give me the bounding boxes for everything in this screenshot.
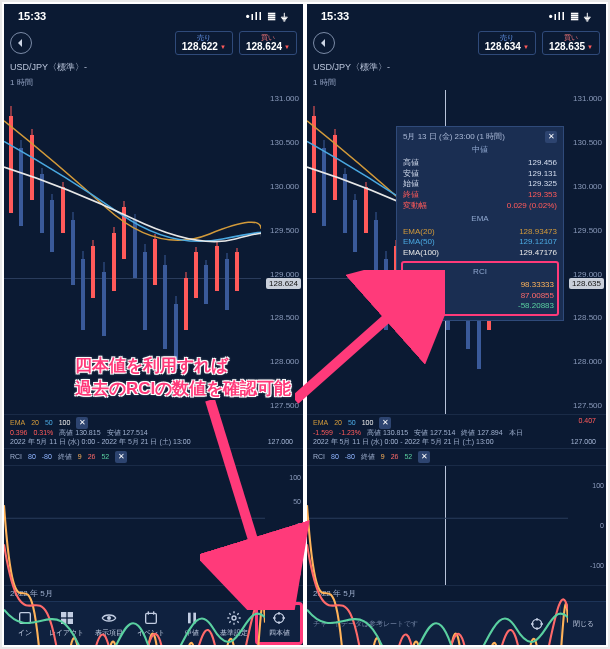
status-time: 15:33 (321, 10, 349, 22)
status-time: 15:33 (18, 10, 46, 22)
phone-right: 15:33 売り 128.634▼ 買い 128.635▼ USD/JPY〈標準… (307, 4, 606, 645)
rci-subchart[interactable]: 1000-100 (307, 465, 606, 585)
y-axis: 131.000130.500130.000129.500129.000128.5… (261, 90, 301, 414)
sell-rate-box[interactable]: 売り 128.622▼ (175, 31, 233, 56)
rci-info-strip: RCI 80 -80 終値 9 26 52 ✕ (4, 448, 303, 465)
rci-y-axis: 100500-50-100 (265, 466, 301, 585)
phone-left: 15:33 売り 128.622▼ 買い 128.624▼ USD/JPY〈標準… (4, 4, 303, 645)
timeframe-label: 1 時間 (4, 77, 303, 90)
ema-info-strip: EMA 20 50 100 ✕ 0.407 -1.599 -1.23% 高値 1… (307, 414, 606, 448)
back-button[interactable] (313, 32, 335, 54)
candlesticks (4, 90, 261, 414)
rci-y-axis: 1000-100 (568, 466, 604, 585)
rci-subchart[interactable]: 100500-50-100 (4, 465, 303, 585)
status-bar: 15:33 (4, 4, 303, 28)
rci-lines (4, 466, 265, 645)
buy-rate-box[interactable]: 買い 128.635▼ (542, 31, 600, 56)
close-icon[interactable]: ✕ (418, 451, 430, 463)
rci-lines (307, 466, 568, 645)
close-icon[interactable]: ✕ (545, 131, 557, 143)
status-bar: 15:33 (307, 4, 606, 28)
rci-values-highlight: RCI RCI(9)98.33333 RCI(26)87.00855 RCI(5… (401, 261, 559, 316)
rci-info-strip: RCI 80 -80 終値 9 26 52 ✕ (307, 448, 606, 465)
status-icons (246, 10, 289, 23)
y-axis: 131.000130.500130.000129.500129.000128.5… (564, 90, 604, 414)
top-bar: 売り 128.622▼ 買い 128.624▼ (4, 28, 303, 58)
ema-info-strip: EMA 20 50 100 ✕ 0.396 0.31% 高値 130.815 安… (4, 414, 303, 448)
buy-rate-box[interactable]: 買い 128.624▼ (239, 31, 297, 56)
last-price-tag: 128.624 (266, 278, 301, 289)
main-chart[interactable]: 131.000130.500130.000129.500129.000128.5… (4, 90, 303, 414)
timeframe-label: 1 時間 (307, 77, 606, 90)
close-icon[interactable]: ✕ (115, 451, 127, 463)
top-bar: 売り 128.634▼ 買い 128.635▼ (307, 28, 606, 58)
ohlc-tooltip: 5月 13 日 (金) 23:00 (1 時間)✕ 中値 高値129.456 安… (396, 126, 564, 321)
sell-rate-box[interactable]: 売り 128.634▼ (478, 31, 536, 56)
back-button[interactable] (10, 32, 32, 54)
status-icons (549, 10, 592, 23)
close-icon[interactable]: ✕ (76, 417, 88, 429)
last-price-tag: 128.635 (569, 278, 604, 289)
pair-label[interactable]: USD/JPY〈標準〉- (4, 58, 303, 77)
close-icon[interactable]: ✕ (379, 417, 391, 429)
main-chart[interactable]: 131.000130.500130.000129.500129.000128.5… (307, 90, 606, 414)
svg-point-14 (274, 613, 283, 622)
pair-label[interactable]: USD/JPY〈標準〉- (307, 58, 606, 77)
